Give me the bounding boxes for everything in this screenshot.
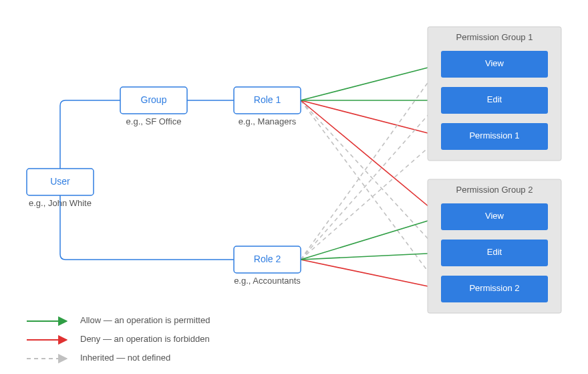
node-role2: Role 2 e.g., Accountants [234, 246, 301, 286]
permission-group-2-item-perm2: Permission 2 [441, 276, 548, 302]
edge-role1-g2_edit [301, 100, 441, 253]
svg-text:Edit: Edit [487, 247, 502, 257]
edge-role1-g2_p [301, 100, 441, 289]
edge-role2-g2_edit [301, 253, 441, 260]
permission-group-2-item-view: View [441, 203, 548, 230]
svg-text:Edit: Edit [487, 94, 502, 104]
node-role2-label: Role 2 [254, 254, 281, 264]
legend-inherited-label: Inherited — not defined [80, 353, 170, 363]
edge-role2-g1_edit [301, 100, 441, 260]
node-group: Group e.g., SF Office [120, 87, 187, 126]
edge-role2-g1_p [301, 136, 441, 260]
connector-user-group [60, 100, 120, 169]
permission-group-1-item-view: View [441, 51, 548, 78]
edge-role2-g2_view [301, 217, 441, 260]
node-role1-label: Role 1 [254, 94, 281, 105]
permission-group-1: Permission Group 1 View Edit Permission … [428, 27, 561, 161]
permission-group-1-item-edit: Edit [441, 87, 548, 114]
legend-deny-label: Deny — an operation is forbidden [80, 334, 210, 344]
svg-text:View: View [485, 211, 504, 221]
edge-role1-g2_view [301, 100, 441, 217]
node-user-label: User [50, 176, 70, 187]
svg-text:Permission 2: Permission 2 [469, 283, 519, 293]
permission-group-2-title: Permission Group 2 [456, 185, 533, 195]
edges-layer [301, 64, 441, 289]
edge-role2-g2_p [301, 260, 441, 289]
node-group-caption: e.g., SF Office [126, 116, 182, 126]
permission-group-2: Permission Group 2 View Edit Permission … [428, 179, 561, 313]
permission-group-2-item-edit: Edit [441, 240, 548, 266]
node-role2-caption: e.g., Accountants [234, 276, 301, 286]
svg-text:Permission 1: Permission 1 [469, 130, 519, 141]
permission-group-1-title: Permission Group 1 [456, 32, 533, 42]
node-role1-caption: e.g., Managers [239, 116, 297, 126]
legend: Allow — an operation is permitted Deny —… [27, 315, 210, 363]
legend-allow-label: Allow — an operation is permitted [80, 315, 210, 325]
permission-group-1-item-perm1: Permission 1 [441, 123, 548, 150]
edge-role2-g1_view [301, 64, 441, 260]
node-role1: Role 1 e.g., Managers [234, 87, 301, 126]
node-group-label: Group [141, 94, 167, 105]
edge-role1-g1_view [301, 64, 441, 100]
svg-text:View: View [485, 58, 504, 68]
